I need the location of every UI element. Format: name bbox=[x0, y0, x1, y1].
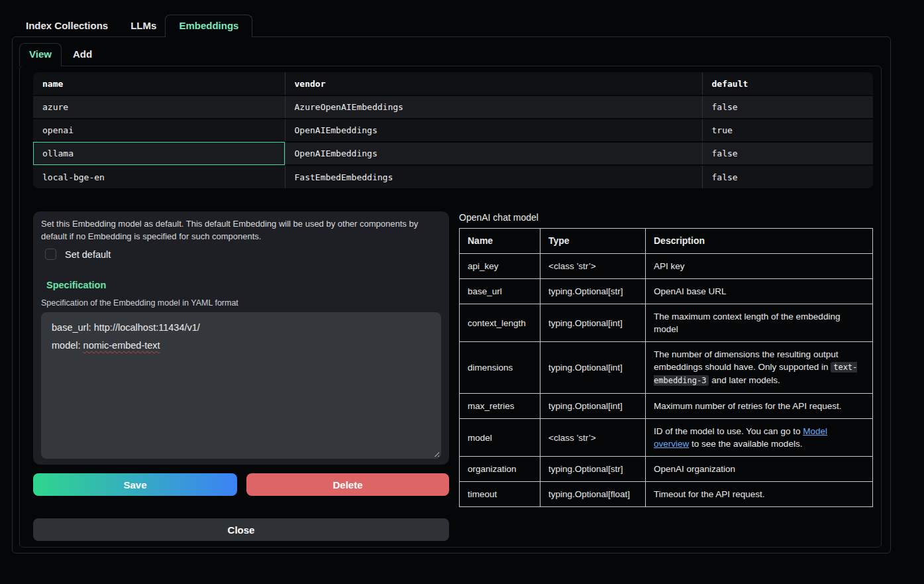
tab-llms[interactable]: LLMs bbox=[122, 15, 165, 36]
schema-column-type: Type bbox=[540, 229, 646, 254]
schema-row-timeout: timeouttyping.Optional[float]Timeout for… bbox=[460, 482, 873, 507]
cell-vendor[interactable]: AzureOpenAIEmbeddings bbox=[285, 95, 702, 119]
schema-row-max-retries: max_retriestyping.Optional[int]Maximum n… bbox=[460, 394, 873, 419]
cell-name[interactable]: local-bge-en bbox=[33, 165, 285, 188]
detail-area: Set this Embedding model as default. Thi… bbox=[33, 211, 873, 541]
schema-cell-name: dimensions bbox=[460, 342, 540, 394]
column-header-name: name bbox=[33, 72, 285, 95]
view-add-tab-bar: ViewAdd bbox=[13, 37, 890, 66]
model-overview-link[interactable]: Model overview bbox=[654, 426, 827, 449]
save-button[interactable]: Save bbox=[33, 473, 237, 496]
column-header-vendor: vendor bbox=[285, 72, 702, 95]
schema-cell-type: typing.Optional[int] bbox=[540, 394, 646, 419]
set-default-label: Set default bbox=[65, 249, 111, 260]
selected-cell-ollama[interactable]: ollama bbox=[33, 142, 285, 165]
view-tab-panel: namevendordefault azureAzureOpenAIEmbedd… bbox=[19, 66, 882, 548]
cell-default[interactable]: false bbox=[702, 142, 873, 165]
schema-cell-type: typing.Optional[int] bbox=[540, 304, 646, 342]
schema-row-dimensions: dimensionstyping.Optional[int]The number… bbox=[460, 342, 873, 394]
specification-caption: Specification of the Embedding model in … bbox=[41, 298, 441, 308]
yaml-line-1: base_url: http://localhost:11434/v1/ bbox=[52, 319, 431, 337]
schema-cell-description: Maximum number of retries for the API re… bbox=[646, 394, 873, 419]
set-default-checkbox[interactable] bbox=[45, 249, 56, 260]
schema-cell-description: ID of the model to use. You can go to Mo… bbox=[646, 419, 873, 457]
schema-row-context-length: context_lengthtyping.Optional[int]The ma… bbox=[460, 304, 873, 342]
resize-handle-icon[interactable] bbox=[433, 450, 439, 457]
cell-vendor[interactable]: FastEmbedEmbeddings bbox=[285, 165, 702, 188]
schema-table: NameTypeDescription api_key<class ’str’>… bbox=[459, 228, 873, 507]
left-column: Set this Embedding model as default. Thi… bbox=[33, 211, 449, 541]
embeddings-table: namevendordefault azureAzureOpenAIEmbedd… bbox=[33, 72, 873, 188]
tab-index-collections[interactable]: Index Collections bbox=[12, 15, 122, 36]
cell-default[interactable]: false bbox=[702, 165, 873, 188]
schema-cell-type: typing.Optional[float] bbox=[540, 482, 646, 507]
cell-vendor[interactable]: OpenAIEmbeddings bbox=[285, 142, 702, 165]
schema-cell-description: API key bbox=[646, 254, 873, 279]
misspelled-word: nomic-embed-text bbox=[83, 340, 160, 351]
default-description: Set this Embedding model as default. Thi… bbox=[41, 217, 441, 243]
delete-button[interactable]: Delete bbox=[246, 473, 449, 496]
schema-title: OpenAI chat model bbox=[459, 212, 873, 223]
schema-cell-name: max_retries bbox=[460, 394, 540, 419]
schema-cell-type: <class ’str’> bbox=[540, 254, 646, 279]
schema-cell-type: typing.Optional[str] bbox=[540, 279, 646, 304]
table-row-local-bge-en[interactable]: local-bge-enFastEmbedEmbeddingsfalse bbox=[33, 165, 873, 188]
schema-cell-name: timeout bbox=[460, 482, 540, 507]
schema-cell-description: OpenAI organization bbox=[646, 457, 873, 482]
yaml-line-2-prefix: model: bbox=[52, 340, 83, 351]
right-column: OpenAI chat model NameTypeDescription ap… bbox=[459, 211, 873, 541]
cell-default[interactable]: false bbox=[702, 95, 873, 119]
code-chip: text-embedding-3 bbox=[654, 362, 857, 386]
schema-cell-name: api_key bbox=[460, 254, 540, 279]
top-tab-bar: Index CollectionsLLMsEmbeddings bbox=[12, 15, 891, 36]
schema-cell-type: typing.Optional[int] bbox=[540, 342, 646, 394]
subtab-view[interactable]: View bbox=[19, 43, 62, 66]
cell-vendor[interactable]: OpenAIEmbeddings bbox=[285, 119, 702, 142]
yaml-line-2: model: nomic-embed-text bbox=[52, 337, 431, 355]
action-button-row: Save Delete bbox=[33, 473, 449, 496]
schema-cell-name: context_length bbox=[460, 304, 540, 342]
schema-header-row: NameTypeDescription bbox=[460, 229, 873, 254]
schema-cell-type: <class ’str’> bbox=[540, 419, 646, 457]
embeddings-table-header: namevendordefault bbox=[33, 72, 873, 95]
subtab-add[interactable]: Add bbox=[62, 43, 103, 66]
tab-embeddings[interactable]: Embeddings bbox=[165, 15, 252, 37]
schema-row-model: model<class ’str’>ID of the model to use… bbox=[460, 419, 873, 457]
cell-default[interactable]: true bbox=[702, 119, 873, 142]
schema-cell-description: OpenAI base URL bbox=[646, 279, 873, 304]
schema-cell-name: base_url bbox=[460, 279, 540, 304]
schema-cell-description: The number of dimensions the resulting o… bbox=[646, 342, 873, 394]
schema-column-description: Description bbox=[646, 229, 873, 254]
schema-cell-description: The maximum context length of the embedd… bbox=[646, 304, 873, 342]
schema-table-body: api_key<class ’str’>API keybase_urltypin… bbox=[460, 254, 873, 507]
schema-column-name: Name bbox=[460, 229, 540, 254]
embeddings-tab-panel: ViewAdd namevendordefault azureAzureOpen… bbox=[12, 36, 891, 554]
specification-heading: Specification bbox=[46, 280, 441, 290]
table-row-openai[interactable]: openaiOpenAIEmbeddingstrue bbox=[33, 119, 873, 142]
schema-cell-description: Timeout for the API request. bbox=[646, 482, 873, 507]
schema-cell-type: typing.Optional[str] bbox=[540, 457, 646, 482]
schema-row-api-key: api_key<class ’str’>API key bbox=[460, 254, 873, 279]
embeddings-page: Index CollectionsLLMsEmbeddings ViewAdd … bbox=[0, 15, 924, 554]
embeddings-table-body: azureAzureOpenAIEmbeddingsfalseopenaiOpe… bbox=[33, 95, 873, 188]
close-button[interactable]: Close bbox=[33, 518, 449, 541]
schema-row-organization: organizationtyping.Optional[str]OpenAI o… bbox=[460, 457, 873, 482]
table-row-ollama[interactable]: ollamaOpenAIEmbeddingsfalse bbox=[33, 142, 873, 165]
yaml-editor[interactable]: base_url: http://localhost:11434/v1/ mod… bbox=[41, 312, 441, 459]
schema-row-base-url: base_urltyping.Optional[str]OpenAI base … bbox=[460, 279, 873, 304]
cell-name[interactable]: openai bbox=[33, 119, 285, 142]
schema-cell-name: model bbox=[460, 419, 540, 457]
table-row-azure[interactable]: azureAzureOpenAIEmbeddingsfalse bbox=[33, 95, 873, 119]
cell-name[interactable]: azure bbox=[33, 95, 285, 119]
default-panel: Set this Embedding model as default. Thi… bbox=[33, 211, 449, 465]
schema-cell-name: organization bbox=[460, 457, 540, 482]
column-header-default: default bbox=[702, 72, 873, 95]
set-default-row[interactable]: Set default bbox=[45, 249, 441, 260]
